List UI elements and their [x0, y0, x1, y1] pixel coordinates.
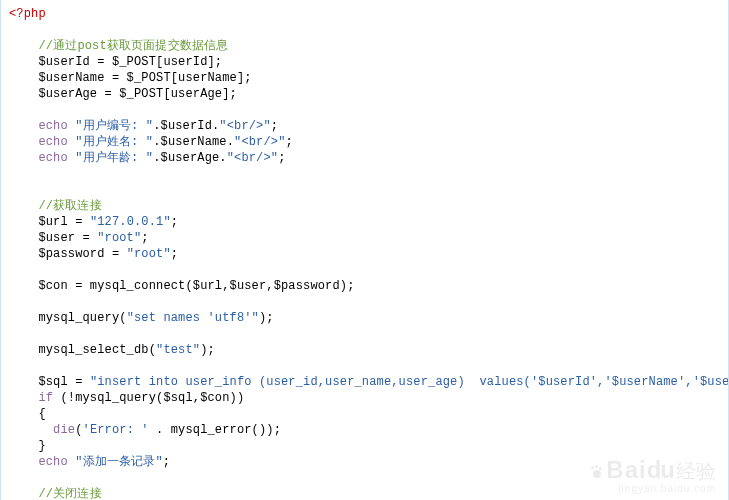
stmt: $userName = $_POST[userName]; [38, 71, 251, 85]
php-open-tag: <?php [9, 7, 46, 21]
stmt: $userAge = $_POST[userAge]; [38, 87, 236, 101]
code-block: <?php //通过post获取页面提交数据信息 $userId = $_POS… [1, 0, 728, 500]
if-kw: if [38, 391, 53, 405]
comment-close: //关闭连接 [38, 487, 101, 500]
echo-kw: echo [38, 119, 67, 133]
comment-conn: //获取连接 [38, 199, 101, 213]
die-kw: die [53, 423, 75, 437]
str: "用户编号: " [75, 119, 153, 133]
stmt: $con = mysql_connect($url,$user,$passwor… [38, 279, 354, 293]
stmt: $userId = $_POST[userId]; [38, 55, 222, 69]
comment-post: //通过post获取页面提交数据信息 [38, 39, 228, 53]
